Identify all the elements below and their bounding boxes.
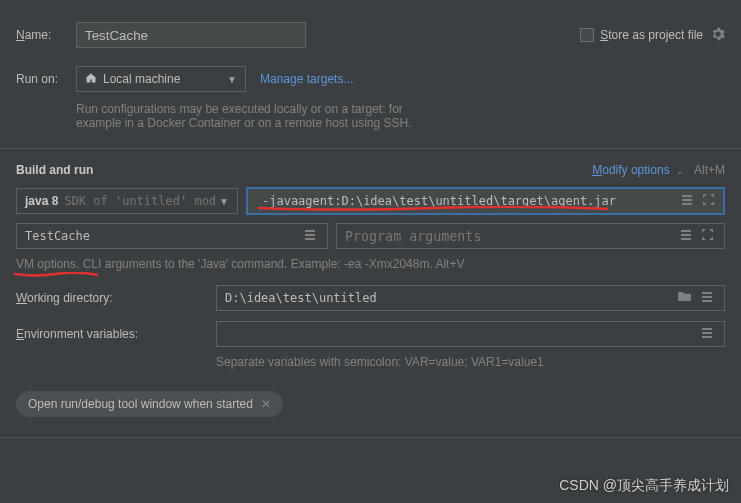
program-arguments-input[interactable] — [345, 229, 677, 244]
close-icon[interactable]: ✕ — [261, 397, 271, 411]
store-as-project-file[interactable]: Store as project file — [580, 28, 703, 42]
environment-variables-field[interactable] — [216, 321, 725, 347]
shortcut-hint: Alt+M — [694, 163, 725, 177]
watermark: CSDN @顶尖高手养成计划 — [559, 477, 729, 495]
list-edit-icon[interactable] — [677, 229, 695, 244]
env-hint: Separate variables with semicolon: VAR=v… — [0, 347, 741, 369]
list-edit-icon[interactable] — [698, 327, 716, 342]
list-edit-icon[interactable] — [678, 194, 696, 209]
name-label: Name: — [16, 28, 76, 42]
working-directory-label: Working directory: — [16, 291, 216, 305]
folder-icon[interactable] — [675, 291, 694, 305]
run-on-label: Run on: — [16, 72, 76, 86]
jdk-dropdown[interactable]: java 8 SDK of 'untitled' mod ▼ — [16, 188, 238, 214]
build-and-run-title: Build and run — [16, 163, 93, 177]
list-edit-icon[interactable] — [698, 291, 716, 306]
working-directory-field[interactable]: D:\idea\test\untitled — [216, 285, 725, 311]
expand-icon[interactable] — [700, 194, 717, 208]
gear-icon[interactable] — [711, 27, 725, 44]
modify-options-link[interactable]: Modify options ⌄ — [592, 163, 684, 177]
run-on-dropdown[interactable]: Local machine ▼ — [76, 66, 246, 92]
vm-options-hint: VM options. CLI arguments to the 'Java' … — [0, 249, 741, 271]
chevron-down-icon: ⌄ — [676, 166, 684, 176]
manage-targets-link[interactable]: Manage targets... — [260, 72, 353, 86]
expand-icon[interactable] — [699, 229, 716, 243]
chevron-down-icon: ▼ — [219, 196, 229, 207]
environment-variables-label: Environment variables: — [16, 327, 216, 341]
open-tool-window-chip[interactable]: Open run/debug tool window when started … — [16, 391, 283, 417]
run-on-hint: Run configurations may be executed local… — [0, 92, 741, 130]
name-input[interactable] — [76, 22, 306, 48]
main-class-field[interactable]: TestCache — [16, 223, 328, 249]
store-checkbox[interactable] — [580, 28, 594, 42]
vm-options-field[interactable] — [246, 187, 725, 215]
list-edit-icon[interactable] — [301, 229, 319, 244]
program-arguments-field[interactable] — [336, 223, 725, 249]
home-icon — [85, 72, 97, 87]
vm-options-input[interactable] — [254, 190, 678, 212]
chevron-down-icon: ▼ — [227, 74, 237, 85]
